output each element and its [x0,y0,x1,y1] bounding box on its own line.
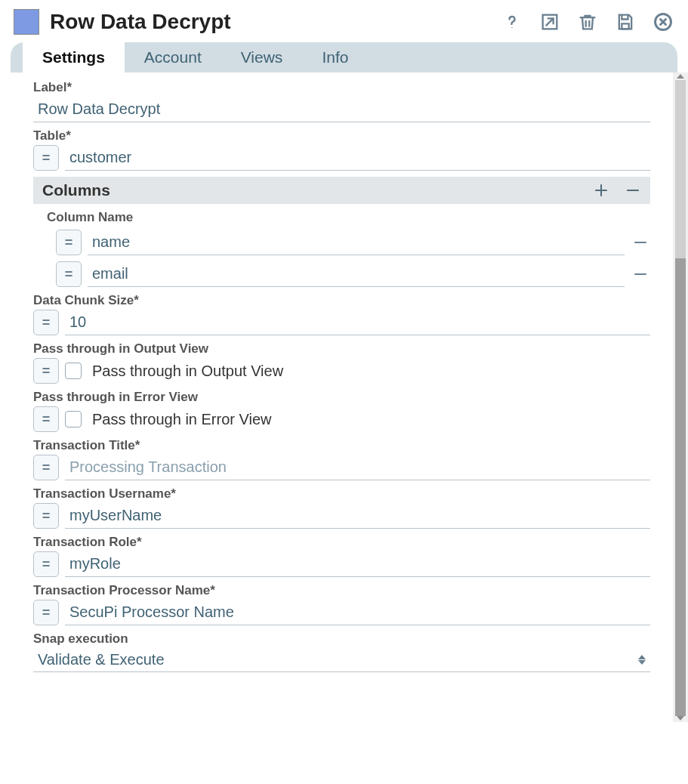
snap-exec-select[interactable]: Validate & Execute [33,648,650,672]
pass-output-text: Pass through in Output View [92,363,283,380]
field-tx-user: Transaction Username* = [33,486,650,529]
tx-proc-label: Transaction Processor Name* [33,583,650,598]
dialog-header: Row Data Decrypt [0,0,688,42]
column-remove-1[interactable] [631,264,650,284]
table-label: Table* [33,128,650,144]
label-input[interactable] [33,97,650,122]
vertical-scrollbar[interactable] [673,73,688,722]
tabs: Settings Account Views Info [11,42,677,73]
chunk-label: Data Chunk Size* [33,293,650,308]
delete-icon[interactable] [576,11,599,33]
columns-title: Columns [42,181,593,199]
snap-color-icon [14,9,39,35]
field-pass-error: Pass through in Error View = Pass throug… [33,390,650,432]
tabs-container: Settings Account Views Info [0,42,688,73]
expr-toggle-pass-error[interactable]: = [33,406,59,432]
field-label: Label* [33,80,650,122]
column-input-1[interactable] [88,261,625,287]
column-input-0[interactable] [88,230,625,255]
scroll-down-icon[interactable] [677,716,684,721]
field-chunk: Data Chunk Size* = [33,293,650,335]
tab-views[interactable]: Views [221,42,303,73]
export-icon[interactable] [538,11,561,33]
pass-output-checkbox[interactable] [65,363,82,379]
tx-title-label: Transaction Title* [33,438,650,453]
snap-exec-label: Snap execution [33,631,650,647]
columns-remove-icon[interactable] [625,182,641,199]
expr-toggle-chunk[interactable]: = [33,310,59,335]
tx-role-input[interactable] [65,551,650,577]
tab-info[interactable]: Info [302,42,368,73]
column-remove-0[interactable] [631,233,650,252]
scroll-thumb-lower[interactable] [675,258,686,716]
expr-toggle-tx-role[interactable]: = [33,551,59,577]
expr-toggle-pass-output[interactable]: = [33,358,59,384]
scroll-up-icon[interactable] [677,74,684,79]
label-text: Label* [33,80,650,95]
field-table: Table* = [33,128,650,171]
pass-output-label: Pass through in Output View [33,341,650,357]
column-row-1: = [56,261,650,287]
spinner-icon [638,655,650,665]
scroll-thumb-upper [675,80,686,258]
expr-toggle-tx-user[interactable]: = [33,503,59,529]
tx-role-label: Transaction Role* [33,535,650,550]
expr-toggle-tx-proc[interactable]: = [33,600,59,625]
field-pass-output: Pass through in Output View = Pass throu… [33,341,650,384]
columns-add-icon[interactable] [593,182,609,199]
pass-error-checkbox[interactable] [65,411,82,427]
close-icon[interactable] [652,11,674,33]
column-row-0: = [56,230,650,255]
columns-section-header: Columns [33,177,650,204]
chunk-input[interactable] [65,310,650,335]
expr-toggle-tx-title[interactable]: = [33,455,59,480]
expr-toggle-col-1[interactable]: = [56,261,82,287]
body-scroll: Label* Table* = Columns Column Name [0,73,688,722]
expr-toggle-col-0[interactable]: = [56,230,82,255]
field-tx-title: Transaction Title* = [33,438,650,480]
tx-user-label: Transaction Username* [33,486,650,502]
tx-proc-input[interactable] [65,600,650,625]
dialog-title: Row Data Decrypt [50,10,501,34]
tab-settings[interactable]: Settings [23,42,125,73]
header-actions [501,11,674,33]
table-input[interactable] [65,145,650,171]
scroll-track[interactable] [675,80,686,716]
help-icon[interactable] [501,11,523,33]
tab-account[interactable]: Account [125,42,221,73]
svg-point-0 [511,27,512,28]
pass-error-label: Pass through in Error View [33,390,650,405]
expr-toggle-table[interactable]: = [33,145,59,171]
save-icon[interactable] [614,11,637,33]
pass-error-text: Pass through in Error View [92,411,272,428]
snap-exec-value: Validate & Execute [33,648,638,671]
field-snap-exec: Snap execution Validate & Execute [33,631,650,672]
column-name-label: Column Name [47,210,650,225]
field-tx-role: Transaction Role* = [33,535,650,577]
settings-panel: Label* Table* = Columns Column Name [11,73,673,722]
tx-title-input[interactable] [65,455,650,480]
columns-controls [593,182,641,199]
field-tx-proc: Transaction Processor Name* = [33,583,650,625]
tx-user-input[interactable] [65,503,650,529]
